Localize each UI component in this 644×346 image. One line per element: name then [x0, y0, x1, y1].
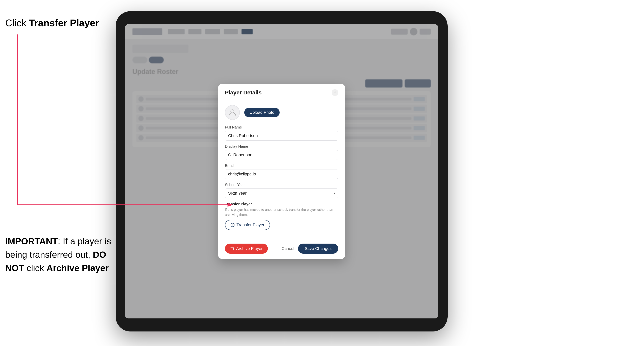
- transfer-section-title: Transfer Player: [225, 202, 338, 206]
- modal-body: Upload Photo Full Name Display Name: [218, 100, 345, 240]
- svg-point-0: [231, 110, 234, 113]
- important-label: IMPORTANT: [5, 236, 58, 246]
- full-name-label: Full Name: [225, 125, 338, 129]
- modal-close-button[interactable]: ×: [332, 89, 338, 96]
- modal-footer: Archive Player Cancel Save Changes: [218, 240, 345, 259]
- transfer-description: If this player has moved to another scho…: [225, 207, 338, 217]
- display-name-label: Display Name: [225, 144, 338, 149]
- email-field: Email: [225, 164, 338, 179]
- display-name-input[interactable]: [225, 150, 338, 160]
- instruction-text-2: click: [24, 263, 46, 273]
- tablet-device: Update Roster: [116, 11, 448, 332]
- transfer-icon: [230, 223, 234, 227]
- upload-photo-button[interactable]: Upload Photo: [244, 108, 280, 117]
- footer-right: Cancel Save Changes: [282, 244, 338, 254]
- archive-player-button[interactable]: Archive Player: [225, 244, 268, 254]
- school-year-select[interactable]: Sixth Year First Year Second Year Third …: [225, 188, 338, 198]
- person-icon: [228, 108, 236, 117]
- save-changes-button[interactable]: Save Changes: [298, 244, 338, 254]
- click-label: Click: [5, 17, 29, 28]
- archive-icon: [230, 247, 234, 251]
- email-label: Email: [225, 164, 338, 168]
- school-year-select-wrapper: Sixth Year First Year Second Year Third …: [225, 188, 338, 198]
- avatar-section: Upload Photo: [225, 105, 338, 120]
- transfer-player-button[interactable]: Transfer Player: [225, 220, 270, 230]
- avatar-circle: [225, 105, 240, 120]
- modal-overlay: Player Details × Upload Photo: [125, 24, 438, 319]
- player-details-modal: Player Details × Upload Photo: [218, 84, 345, 259]
- transfer-player-label: Transfer Player: [29, 17, 99, 28]
- archive-button-label: Archive Player: [236, 246, 262, 251]
- modal-title: Player Details: [225, 89, 262, 96]
- instruction-bottom: IMPORTANT: If a player is being transfer…: [5, 235, 114, 275]
- full-name-input[interactable]: [225, 131, 338, 141]
- tablet-screen: Update Roster: [125, 24, 438, 319]
- modal-header: Player Details ×: [218, 84, 345, 100]
- full-name-field: Full Name: [225, 125, 338, 141]
- email-input[interactable]: [225, 169, 338, 179]
- school-year-label: School Year: [225, 183, 338, 187]
- display-name-field: Display Name: [225, 144, 338, 160]
- transfer-player-section: Transfer Player If this player has moved…: [225, 202, 338, 230]
- school-year-field: School Year Sixth Year First Year Second…: [225, 183, 338, 198]
- transfer-button-label: Transfer Player: [236, 222, 264, 227]
- archive-label-instruction: Archive Player: [46, 263, 109, 273]
- cancel-button[interactable]: Cancel: [282, 246, 294, 251]
- instruction-top: Click Transfer Player: [5, 17, 99, 29]
